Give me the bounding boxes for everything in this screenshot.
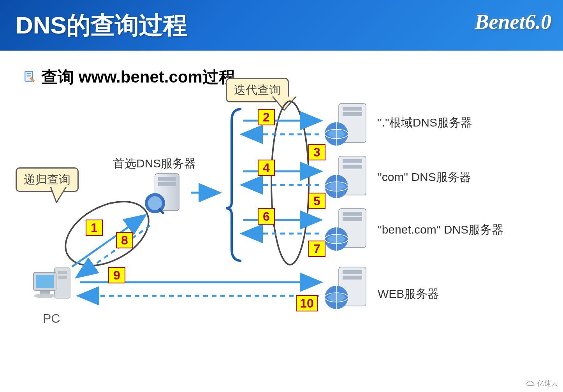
pc-icon xyxy=(31,265,78,308)
svg-rect-49 xyxy=(343,270,362,274)
svg-rect-43 xyxy=(343,212,362,216)
step-10: 10 xyxy=(296,295,318,311)
svg-point-4 xyxy=(271,101,309,265)
com-dns-icon xyxy=(323,154,374,200)
preferred-dns-label: 首选DNS服务器 xyxy=(113,156,196,172)
step-8: 8 xyxy=(116,232,133,248)
watermark-text: 亿速云 xyxy=(537,379,558,388)
svg-rect-31 xyxy=(343,107,362,111)
svg-rect-44 xyxy=(343,217,362,221)
web-server-icon xyxy=(323,265,374,311)
svg-rect-21 xyxy=(36,275,54,288)
svg-point-23 xyxy=(34,294,56,298)
step-6: 6 xyxy=(258,208,275,225)
step-2: 2 xyxy=(258,109,275,125)
brand-logo: Benet6.0 xyxy=(475,10,552,34)
benet-dns-label: "benet.com" DNS服务器 xyxy=(378,222,503,238)
svg-rect-37 xyxy=(343,159,362,163)
slide-content: 查询 www.benet.com过程 迭代查询 递归查询 xyxy=(0,51,563,392)
svg-rect-25 xyxy=(158,177,176,181)
step-1: 1 xyxy=(86,220,103,236)
benet-dns-icon xyxy=(323,206,374,253)
root-dns-label: "."根域DNS服务器 xyxy=(378,115,472,131)
svg-rect-19 xyxy=(58,276,67,279)
com-dns-label: "com" DNS服务器 xyxy=(378,169,471,185)
root-dns-icon xyxy=(323,101,374,148)
svg-rect-38 xyxy=(343,165,362,169)
cloud-icon xyxy=(526,379,535,388)
svg-rect-18 xyxy=(58,271,67,274)
svg-rect-32 xyxy=(343,112,362,116)
web-server-label: WEB服务器 xyxy=(378,286,439,302)
step-9: 9 xyxy=(108,267,125,283)
watermark: 亿速云 xyxy=(526,379,558,388)
svg-line-6 xyxy=(72,216,144,267)
slide-title: DNS的查询过程 xyxy=(16,9,187,42)
preferred-dns-icon xyxy=(144,171,187,218)
svg-point-28 xyxy=(148,196,162,210)
svg-rect-26 xyxy=(158,182,176,186)
step-4: 4 xyxy=(258,160,275,176)
diagram-arrows xyxy=(0,51,563,392)
svg-rect-50 xyxy=(343,276,362,279)
slide-header: DNS的查询过程 Benet6.0 xyxy=(0,0,563,51)
pc-label: PC xyxy=(43,311,60,326)
